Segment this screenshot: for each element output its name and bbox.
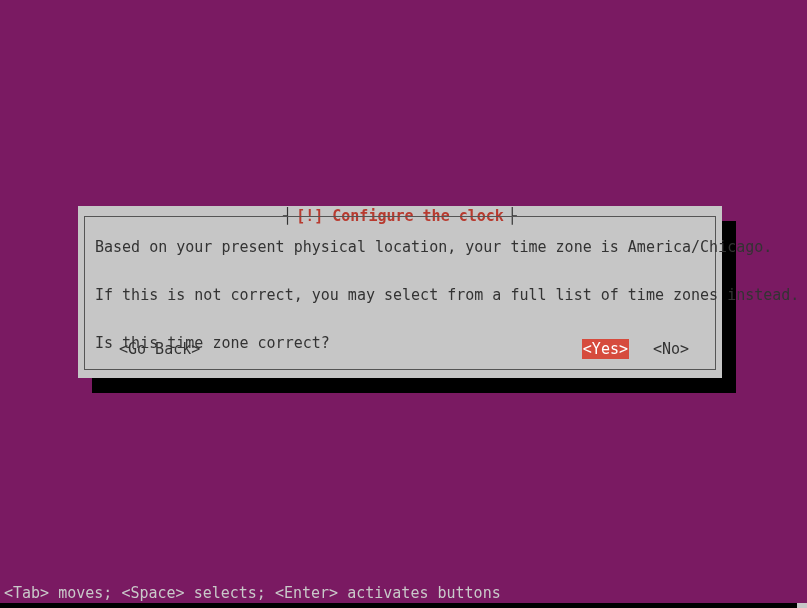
no-button[interactable]: <No> — [653, 339, 689, 359]
dialog-line-2: If this is not correct, you may select f… — [95, 286, 799, 304]
status-bar: <Tab> moves; <Space> selects; <Enter> ac… — [0, 584, 807, 603]
text-cursor — [797, 603, 807, 608]
dialog-inner: Based on your present physical location,… — [84, 216, 716, 370]
dialog-line-1: Based on your present physical location,… — [95, 238, 772, 256]
yes-button[interactable]: <Yes> — [582, 339, 629, 359]
bottom-strip — [0, 603, 807, 608]
installer-screen: ┤[!] Configure the clock├ Based on your … — [0, 0, 807, 608]
go-back-button[interactable]: <Go Back> — [119, 339, 200, 359]
dialog-button-row: <Go Back> <Yes> <No> — [95, 339, 705, 359]
configure-clock-dialog: ┤[!] Configure the clock├ Based on your … — [78, 206, 722, 378]
dialog-body: Based on your present physical location,… — [95, 235, 705, 355]
